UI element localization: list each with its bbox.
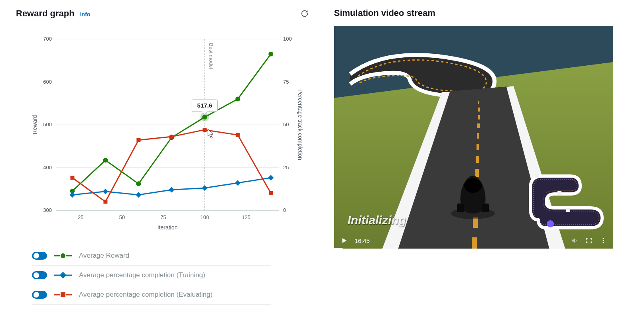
refresh-button[interactable] [299, 8, 310, 19]
legend-marker-evaluating [54, 291, 72, 298]
svg-rect-30 [69, 192, 75, 198]
svg-text:50: 50 [119, 214, 125, 220]
svg-rect-36 [268, 175, 274, 180]
more-icon[interactable] [600, 237, 607, 244]
fullscreen-icon[interactable] [585, 237, 593, 244]
legend-label-reward: Average Reward [79, 252, 129, 260]
toggle-reward[interactable] [32, 252, 47, 260]
reward-chart[interactable]: 3004005006007000255075100255075100125Bes… [24, 27, 303, 234]
simulation-video[interactable]: Initializing 16:45 [334, 26, 613, 249]
refresh-icon [300, 9, 309, 18]
svg-rect-77 [478, 101, 479, 104]
svg-rect-80 [457, 204, 464, 212]
svg-rect-84 [566, 208, 570, 212]
svg-rect-81 [482, 204, 489, 212]
info-link[interactable]: Info [80, 11, 91, 18]
video-title: Simulation video stream [334, 8, 435, 18]
svg-text:0: 0 [283, 207, 286, 213]
svg-text:500: 500 [43, 121, 52, 127]
svg-text:700: 700 [43, 36, 52, 42]
svg-rect-74 [477, 123, 480, 128]
svg-rect-73 [477, 133, 479, 139]
svg-text:125: 125 [242, 214, 250, 220]
svg-point-88 [603, 242, 604, 243]
reward-graph-title: Reward graph [16, 8, 75, 19]
svg-point-52 [61, 253, 65, 258]
legend-label-evaluating: Average percentage completion (Evaluatin… [79, 291, 213, 299]
video-controls: 16:45 [334, 232, 613, 249]
svg-point-25 [136, 181, 141, 186]
svg-rect-35 [235, 180, 240, 186]
svg-text:100: 100 [283, 36, 292, 42]
svg-text:75: 75 [283, 79, 289, 85]
svg-rect-76 [478, 108, 480, 112]
svg-text:25: 25 [283, 164, 289, 170]
svg-point-86 [603, 238, 604, 239]
legend-row-training: Average percentage completion (Training) [32, 266, 271, 285]
legend-row-reward: Average Reward [32, 246, 271, 266]
legend-marker-training [54, 272, 72, 279]
legend-marker-reward [54, 252, 72, 259]
legend: Average Reward Average percentage comple… [32, 246, 271, 305]
svg-rect-43 [269, 191, 273, 195]
svg-text:600: 600 [43, 79, 52, 85]
svg-point-87 [603, 240, 604, 241]
toggle-training[interactable] [32, 271, 47, 279]
minimap [526, 168, 606, 232]
svg-point-28 [235, 97, 240, 102]
svg-rect-71 [476, 156, 479, 163]
svg-text:75: 75 [160, 214, 166, 220]
svg-point-24 [103, 158, 108, 162]
play-icon[interactable] [341, 237, 348, 244]
svg-point-29 [268, 52, 273, 57]
svg-rect-33 [169, 187, 174, 192]
svg-rect-72 [477, 144, 479, 150]
svg-rect-37 [70, 176, 74, 180]
svg-text:300: 300 [43, 207, 52, 213]
svg-rect-42 [236, 133, 240, 137]
video-time: 16:45 [355, 237, 370, 244]
svg-rect-40 [169, 135, 173, 139]
svg-rect-34 [202, 185, 207, 191]
svg-rect-41 [203, 128, 207, 132]
svg-text:50: 50 [283, 121, 289, 127]
svg-text:25: 25 [78, 214, 83, 220]
svg-rect-82 [535, 174, 539, 178]
svg-rect-39 [136, 138, 140, 142]
svg-point-45 [202, 115, 207, 119]
svg-text:Iteration: Iteration [158, 224, 178, 231]
svg-rect-32 [136, 192, 141, 198]
svg-point-79 [464, 178, 482, 193]
svg-rect-70 [475, 169, 479, 177]
svg-text:400: 400 [43, 164, 52, 170]
svg-text:517.6: 517.6 [197, 102, 213, 109]
svg-text:Reward: Reward [32, 115, 38, 134]
svg-text:Best model: Best model [208, 43, 214, 69]
legend-label-training: Average percentage completion (Training) [79, 271, 205, 279]
svg-rect-55 [60, 272, 67, 279]
volume-icon[interactable] [571, 237, 578, 244]
legend-row-evaluating: Average percentage completion (Evaluatin… [32, 285, 271, 305]
svg-rect-83 [557, 191, 561, 195]
toggle-evaluating[interactable] [32, 291, 47, 299]
svg-rect-58 [61, 292, 65, 297]
video-status-text: Initializing [348, 213, 406, 227]
svg-rect-75 [478, 115, 480, 119]
svg-rect-38 [103, 200, 107, 204]
video-header: Simulation video stream [334, 8, 628, 18]
svg-point-85 [547, 220, 554, 227]
reward-graph-header: Reward graph Info [16, 8, 310, 19]
video-progress[interactable] [334, 248, 613, 249]
svg-text:Percentage track completion: Percentage track completion [297, 89, 303, 160]
svg-rect-31 [102, 189, 108, 194]
svg-text:100: 100 [200, 214, 209, 220]
